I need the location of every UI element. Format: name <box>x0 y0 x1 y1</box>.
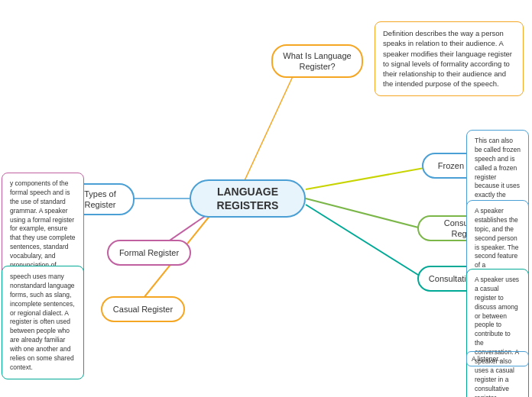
mindmap-canvas: LANGUAGE REGISTERS What Is Language Regi… <box>0 0 532 397</box>
svg-line-3 <box>306 198 424 229</box>
svg-line-0 <box>237 65 298 197</box>
what-is-node: What Is Language Register? <box>271 44 363 78</box>
top-info-box: Definition describes the way a person sp… <box>375 21 524 96</box>
consultative2-info-box: A speaker uses a casual register to disc… <box>466 269 529 397</box>
casual-node: Casual Register <box>101 296 185 322</box>
casual-info-box: speech uses many nonstandard language fo… <box>2 266 84 379</box>
center-node: LANGUAGE REGISTERS <box>190 179 306 218</box>
formal-node: Formal Register <box>107 240 191 266</box>
bottom-hint: A listener... <box>466 351 529 366</box>
svg-line-4 <box>306 205 424 279</box>
svg-line-2 <box>306 168 424 189</box>
